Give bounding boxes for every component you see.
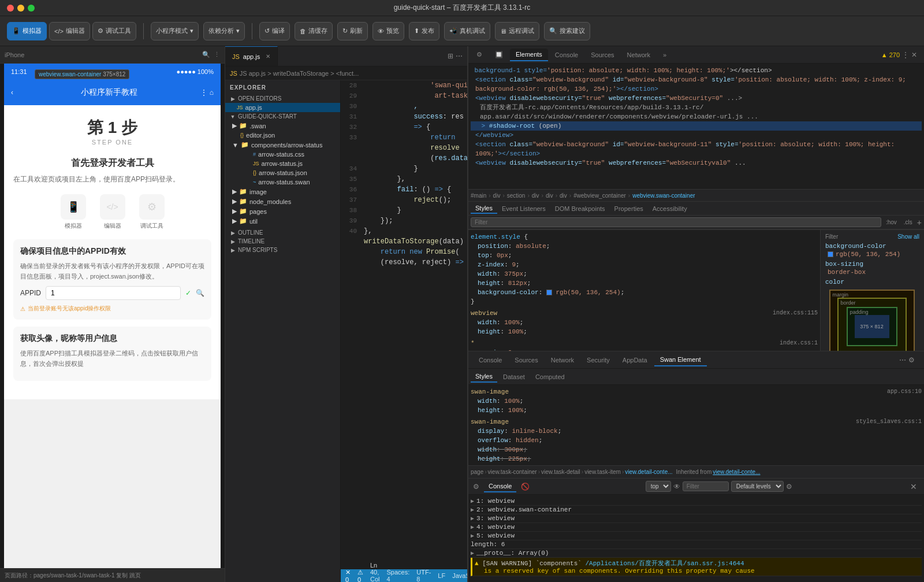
open-editors-section[interactable]: ▶ OPEN EDITORS	[225, 94, 340, 103]
code-content[interactable]: 28 'swan-quick-st 29 art-tasksData' 30	[341, 80, 467, 569]
folder-swan[interactable]: ▶ 📁 .swan	[225, 121, 340, 131]
swan-tab-computed[interactable]: Computed	[531, 372, 569, 382]
simulator-btn[interactable]: 📱 模拟器	[7, 22, 47, 40]
bc-html-page[interactable]: page	[471, 469, 483, 475]
html-panel-settings-icon[interactable]: ⚙	[908, 356, 915, 364]
console-gear-icon[interactable]: ⚙	[786, 483, 792, 491]
minimize-button[interactable]	[17, 5, 24, 12]
file-appjs[interactable]: JS app.js	[225, 103, 340, 112]
remote-debug-btn[interactable]: 🖥 远程调试	[495, 22, 539, 40]
html-tab-swan-element[interactable]: Swan Element	[654, 354, 707, 366]
console-tab-main[interactable]: Console	[484, 481, 516, 492]
editor-btn[interactable]: </> 编辑器	[49, 22, 90, 40]
swan-tab-dataset[interactable]: Dataset	[498, 372, 530, 382]
hover-toggle[interactable]: :hov	[884, 219, 899, 225]
publish-btn[interactable]: ⬆ 发布	[409, 22, 439, 40]
folder-components[interactable]: ▼ 📁 components/arrow-status	[225, 140, 340, 150]
maximize-button[interactable]	[28, 5, 35, 12]
timeline-section[interactable]: ▶ TIMELINE	[225, 237, 340, 246]
tab-properties[interactable]: Properties	[610, 204, 648, 213]
folder-util[interactable]: ▶ 📁 util	[225, 216, 340, 226]
devtools-close-icon[interactable]: ✕	[911, 51, 917, 59]
bc-html-task-detail[interactable]: view.task-detail	[541, 469, 580, 475]
devtool-tab-elements[interactable]: Elements	[510, 49, 548, 61]
add-style-icon[interactable]: +	[917, 218, 922, 227]
console-eye-icon[interactable]: 👁	[673, 483, 680, 491]
bc-main[interactable]: #main	[471, 192, 486, 199]
compile-btn[interactable]: ↺ 编译	[259, 22, 290, 40]
html-tab-sources[interactable]: Sources	[509, 354, 543, 366]
cache-btn[interactable]: 🗑 清缓存	[295, 22, 333, 40]
tab-accessibility[interactable]: Accessibility	[648, 204, 692, 213]
console-settings-icon[interactable]: ⚙	[473, 483, 479, 491]
bc-webview-swan[interactable]: webview.swan-container	[632, 192, 695, 199]
preview-btn[interactable]: 👁 预览	[372, 22, 404, 40]
folder-pages[interactable]: ▶ 📁 pages	[225, 206, 340, 216]
styles-main[interactable]: element.style { position: absolute; top:…	[468, 230, 820, 351]
bc-html-task-container[interactable]: view.task-container	[488, 469, 537, 475]
cls-toggle[interactable]: .cls	[901, 219, 915, 225]
npm-section[interactable]: ▶ NPM SCRIPTS	[225, 246, 340, 254]
file-arrow-status-json[interactable]: {} arrow-status.json	[225, 168, 340, 177]
swan-styles-main[interactable]: swan-image app.css:10 width: 100%; heigh…	[468, 385, 924, 465]
html-tab-appdata[interactable]: AppData	[617, 354, 653, 366]
bc-section[interactable]: section	[507, 192, 526, 199]
elements-html[interactable]: background-1 style='position: absolute; …	[468, 64, 924, 189]
nav-more-icon[interactable]: ⋮	[200, 88, 207, 97]
tab-dom-breakpoints[interactable]: DOM Breakpoints	[550, 204, 610, 213]
html-tab-network[interactable]: Network	[545, 354, 580, 366]
console-filter-input[interactable]	[683, 481, 729, 491]
device-debug-btn[interactable]: 📲 真机调试	[444, 22, 490, 40]
file-arrow-status-swan[interactable]: ~ arrow-status.swan	[225, 177, 340, 187]
bc-inherited-link[interactable]: view.detail-conte...	[713, 469, 760, 475]
devtool-tab-sources[interactable]: Sources	[585, 49, 620, 61]
devtool-tab-console-dt[interactable]: Console	[549, 49, 584, 61]
close-button[interactable]	[7, 5, 14, 12]
devtool-tab-network[interactable]: Network	[621, 49, 656, 61]
file-editor-json[interactable]: {} editor.json	[225, 131, 340, 140]
nav-back-icon[interactable]: ‹	[11, 88, 13, 97]
styles-filter-input[interactable]	[471, 217, 881, 227]
tab-styles[interactable]: Styles	[471, 203, 497, 214]
guide-section[interactable]: ▼ GUIDE-QUICK-START	[225, 112, 340, 121]
bc-div3[interactable]: div	[546, 192, 553, 199]
console-context-select[interactable]: top	[646, 481, 671, 492]
clear-console-icon[interactable]: 🚫	[521, 483, 530, 491]
code-editor[interactable]: 28 'swan-quick-st 29 art-tasksData' 30	[341, 80, 467, 582]
nav-home-icon[interactable]: ⌂	[210, 88, 214, 97]
debug-btn[interactable]: ⚙ 调试工具	[92, 22, 136, 40]
console-output[interactable]: ▶ 1: webview ▶ 2: webview.swan-container…	[468, 495, 924, 582]
appid-input[interactable]	[46, 286, 181, 300]
swan-tab-styles[interactable]: Styles	[471, 371, 497, 383]
file-arrow-status-js[interactable]: JS arrow-status.js	[225, 159, 340, 168]
html-tab-console[interactable]: Console	[473, 354, 508, 366]
search-suggest-btn[interactable]: 🔍 搜索建议	[544, 22, 590, 40]
bc-html-view-detail[interactable]: view.detail-conte...	[625, 469, 672, 475]
html-line-selected[interactable]: > #shadow-root (open)	[471, 121, 922, 131]
devtool-tab-more[interactable]: »	[657, 49, 672, 61]
bc-div4[interactable]: div	[560, 192, 567, 199]
html-panel-more-icon[interactable]: ⋯	[899, 356, 906, 364]
outline-section[interactable]: ▶ OUTLINE	[225, 228, 340, 237]
folder-node-modules[interactable]: ▶ 📁 node_modules	[225, 197, 340, 206]
tab-event-listeners[interactable]: Event Listeners	[497, 204, 550, 213]
bc-div1[interactable]: div	[493, 192, 501, 199]
bc-html-task-item[interactable]: view.task-item	[584, 469, 621, 475]
window-controls[interactable]	[7, 5, 35, 12]
editor-tab-appjs[interactable]: JS app.js ✕	[225, 46, 278, 66]
show-all-toggle[interactable]: Show all	[897, 233, 919, 240]
split-editor-icon[interactable]: ⊞	[448, 52, 453, 60]
appid-search-icon[interactable]: 🔍	[196, 289, 204, 297]
devtools-menu-icon[interactable]: ⋮	[902, 51, 909, 59]
html-tab-security[interactable]: Security	[581, 354, 616, 366]
tab-close-icon[interactable]: ✕	[266, 53, 270, 60]
bc-div2[interactable]: div	[532, 192, 539, 199]
phone-screen[interactable]: 11:31 ●●●●● 100% ‹ 小程序新手教程 ⋮ ⌂ 第 1 步	[4, 64, 221, 568]
more-actions-icon[interactable]: ⋯	[456, 52, 463, 60]
console-panel-close[interactable]: ✕	[908, 482, 919, 491]
file-arrow-status-css[interactable]: # arrow-status.css	[225, 150, 340, 159]
folder-image[interactable]: ▶ 📁 image	[225, 187, 340, 197]
devtool-tab-settings[interactable]: ⚙	[471, 49, 488, 61]
mode-dropdown[interactable]: 小程序模式 ▾	[151, 22, 199, 40]
console-level-select[interactable]: Default levels	[731, 481, 784, 492]
